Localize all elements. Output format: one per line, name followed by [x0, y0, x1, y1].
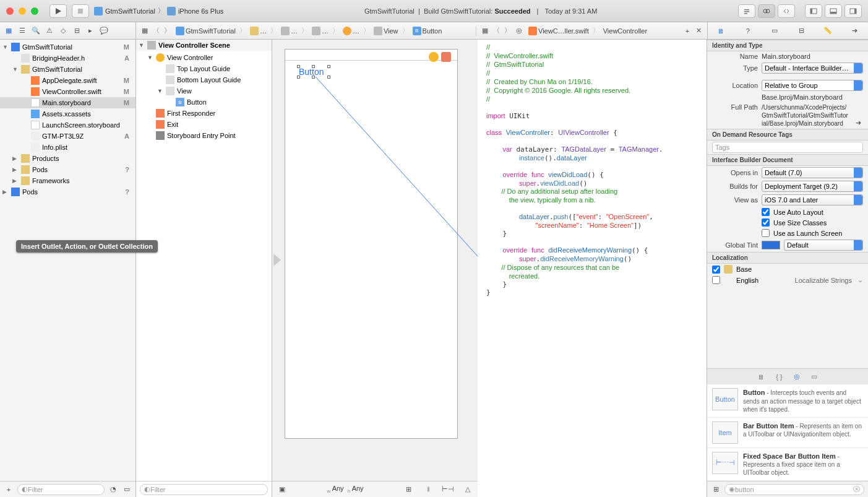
navigator-item[interactable]: Info.plist: [0, 142, 135, 153]
library-search-input[interactable]: ◉ buttonⓧ: [724, 484, 864, 495]
outline-filter-input[interactable]: ◐ Filter: [140, 484, 268, 495]
object-lib-tab[interactable]: ◎: [794, 373, 800, 381]
project-navigator-icon[interactable]: ▦: [4, 26, 14, 36]
close-assistant-icon[interactable]: ✕: [694, 26, 703, 36]
stop-button[interactable]: [72, 4, 89, 18]
locale-base-checkbox[interactable]: [712, 266, 720, 274]
find-navigator-icon[interactable]: 🔍: [31, 26, 41, 36]
locale-english-checkbox[interactable]: [712, 276, 720, 284]
jumpbar-crumb[interactable]: ViewController: [601, 27, 650, 35]
symbol-navigator-icon[interactable]: ☰: [17, 26, 27, 36]
connections-inspector-tab-icon[interactable]: ➔: [849, 26, 859, 36]
navigator-item[interactable]: ▼GtmSwiftTutorialM: [0, 41, 135, 53]
outline-item[interactable]: ▼View: [136, 85, 272, 97]
run-button[interactable]: [49, 4, 67, 18]
standard-editor-button[interactable]: [738, 4, 755, 18]
launch-checkbox[interactable]: [762, 229, 770, 237]
scene-exit-icon[interactable]: [441, 52, 451, 62]
minimize-window-button[interactable]: [19, 7, 26, 15]
add-assistant-icon[interactable]: +: [682, 26, 692, 36]
related-items-icon[interactable]: ▦: [140, 26, 150, 36]
forward-button[interactable]: 〉: [162, 26, 172, 36]
outline-scene-title[interactable]: View Controller Scene: [158, 41, 230, 49]
debug-navigator-icon[interactable]: ⊟: [72, 26, 82, 36]
jumpbar-crumb[interactable]: GtmSwiftTutorial: [173, 27, 238, 35]
size-inspector-tab-icon[interactable]: 📏: [823, 26, 833, 36]
assistant-mode-icon[interactable]: ◎: [513, 27, 525, 35]
assistant-code-editor[interactable]: // // ViewController.swift // GtmSwiftTu…: [478, 40, 707, 497]
navigator-item[interactable]: ▶Pods?: [0, 164, 135, 175]
jumpbar-crumb[interactable]: BButton: [410, 27, 445, 35]
navigator-item[interactable]: ViewController.swiftM: [0, 86, 135, 97]
navigator-item[interactable]: BridgingHeader.hA: [0, 53, 135, 64]
code-snippet-lib-tab[interactable]: { }: [776, 373, 782, 381]
outline-item[interactable]: Storyboard Entry Point: [136, 130, 272, 141]
sizeclasses-checkbox[interactable]: [762, 218, 770, 227]
navigator-item[interactable]: GTM-PT3L9ZA: [0, 131, 135, 142]
media-lib-tab[interactable]: ▭: [811, 373, 817, 381]
identity-inspector-tab-icon[interactable]: ▭: [770, 26, 780, 36]
issue-navigator-icon[interactable]: ⚠: [45, 26, 54, 36]
quick-help-tab-icon[interactable]: ?: [743, 26, 753, 36]
jumpbar-crumb[interactable]: …: [247, 27, 269, 35]
navigator-item[interactable]: Assets.xcassets: [0, 108, 135, 119]
toggle-utilities-button[interactable]: [844, 4, 862, 18]
outline-item[interactable]: First Responder: [136, 108, 272, 119]
assistant-forward-button[interactable]: 〉: [502, 26, 512, 36]
navigator-item[interactable]: ▶Products: [0, 153, 135, 164]
outline-item[interactable]: Bottom Layout Guide: [136, 74, 272, 85]
interface-builder-canvas[interactable]: Button: [272, 40, 478, 481]
device-canvas[interactable]: Button: [285, 49, 458, 439]
close-window-button[interactable]: [6, 7, 14, 15]
breakpoint-navigator-icon[interactable]: ▸: [85, 26, 95, 36]
navigator-item[interactable]: ▶Pods?: [0, 186, 135, 197]
navigator-filter-input[interactable]: ◐ Filter: [17, 484, 105, 495]
outline-item[interactable]: Exit: [136, 119, 272, 130]
clear-search-icon[interactable]: ⓧ: [853, 485, 860, 494]
zoom-window-button[interactable]: [31, 7, 38, 15]
attributes-inspector-tab-icon[interactable]: ⊟: [796, 26, 806, 36]
report-navigator-icon[interactable]: 💬: [99, 26, 109, 36]
assistant-related-icon[interactable]: ▦: [480, 26, 490, 36]
scm-filter-icon[interactable]: ▭: [122, 485, 132, 495]
recent-filter-icon[interactable]: ◔: [108, 485, 118, 495]
resolve-icon[interactable]: △: [463, 485, 473, 495]
tint-color-chip[interactable]: [762, 241, 780, 249]
align-icon[interactable]: ⫴: [423, 485, 433, 495]
autolayout-checkbox[interactable]: [762, 208, 770, 216]
test-navigator-icon[interactable]: ◇: [58, 26, 68, 36]
file-template-lib-tab[interactable]: 🗎: [758, 373, 765, 381]
library-item[interactable]: ⊢⋯⊣Fixed Space Bar Button Item - Represe…: [707, 448, 868, 481]
jumpbar-crumb[interactable]: …: [340, 27, 362, 35]
version-editor-button[interactable]: [778, 4, 795, 18]
jumpbar-crumb[interactable]: …: [309, 27, 331, 35]
file-inspector-tab-icon[interactable]: 🗎: [716, 26, 726, 36]
navigator-item[interactable]: LaunchScreen.storyboard: [0, 119, 135, 131]
pin-icon[interactable]: ⊢⊣: [443, 485, 453, 495]
library-item[interactable]: ItemBar Button Item - Represents an item…: [707, 418, 868, 448]
stack-icon[interactable]: ⊞: [403, 485, 413, 495]
navigator-item[interactable]: AppDelegate.swiftM: [0, 75, 135, 86]
scheme-selector[interactable]: GtmSwiftTutorial 〉 iPhone 6s Plus: [94, 6, 223, 15]
size-class-selector[interactable]: w Any h Any: [327, 485, 363, 494]
toggle-debug-button[interactable]: [825, 4, 842, 18]
opens-in-select[interactable]: Default (7.0): [762, 167, 863, 178]
builds-for-select[interactable]: Deployment Target (9.2): [762, 181, 863, 192]
add-file-icon[interactable]: +: [4, 485, 14, 495]
library-view-mode-icon[interactable]: ⊞: [711, 485, 721, 495]
outline-toggle-handle[interactable]: [272, 251, 282, 270]
location-select[interactable]: Relative to Group: [762, 80, 863, 91]
file-name-value[interactable]: Main.storyboard: [762, 53, 863, 60]
odr-tags-input[interactable]: Tags: [712, 142, 863, 153]
outline-item[interactable]: BButton: [136, 97, 272, 108]
jumpbar-crumb[interactable]: View: [371, 27, 401, 35]
selected-ui-button[interactable]: Button: [299, 67, 329, 77]
scene-vc-icon[interactable]: [429, 52, 439, 62]
assistant-back-button[interactable]: 〈: [491, 26, 501, 36]
file-type-select[interactable]: Default - Interface Builder…: [762, 63, 863, 74]
toggle-outline-icon[interactable]: ▣: [277, 485, 287, 495]
toggle-navigator-button[interactable]: [805, 4, 822, 18]
reveal-path-icon[interactable]: ➜: [853, 118, 863, 127]
jumpbar-crumb[interactable]: ViewC…ller.swift: [526, 27, 591, 35]
view-as-select[interactable]: iOS 7.0 and Later: [762, 194, 863, 205]
